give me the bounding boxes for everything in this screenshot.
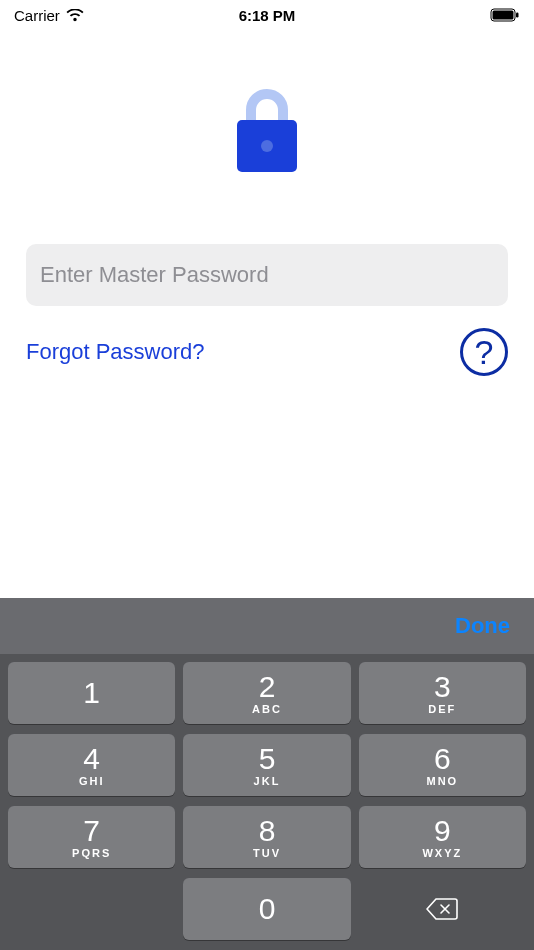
key-digit: 2	[259, 672, 276, 702]
key-blank	[8, 878, 175, 940]
svg-rect-2	[516, 13, 519, 18]
key-row: 4 GHI 5 JKL 6 MNO	[8, 734, 526, 796]
key-7[interactable]: 7 PQRS	[8, 806, 175, 868]
key-letters: MNO	[426, 775, 458, 787]
forgot-password-link[interactable]: Forgot Password?	[26, 339, 205, 365]
key-5[interactable]: 5 JKL	[183, 734, 350, 796]
keyboard-accessory-bar: Done	[0, 598, 534, 654]
key-letters: DEF	[428, 703, 456, 715]
key-letters: JKL	[254, 775, 281, 787]
key-8[interactable]: 8 TUV	[183, 806, 350, 868]
numeric-keyboard: Done 1 2 ABC 3 DEF 4 GHI 5	[0, 598, 534, 950]
done-button[interactable]: Done	[455, 613, 510, 639]
svg-rect-1	[493, 11, 514, 20]
carrier-label: Carrier	[14, 7, 60, 24]
key-digit: 1	[83, 678, 100, 708]
backspace-key[interactable]	[359, 878, 526, 940]
key-6[interactable]: 6 MNO	[359, 734, 526, 796]
keypad: 1 2 ABC 3 DEF 4 GHI 5 JKL 6	[0, 654, 534, 950]
key-letters: ABC	[252, 703, 282, 715]
key-digit: 7	[83, 816, 100, 846]
status-time: 6:18 PM	[239, 7, 296, 24]
wifi-icon	[66, 9, 84, 22]
battery-icon	[490, 8, 520, 22]
key-row: 1 2 ABC 3 DEF	[8, 662, 526, 724]
key-letters: GHI	[79, 775, 105, 787]
key-digit: 8	[259, 816, 276, 846]
key-row: 7 PQRS 8 TUV 9 WXYZ	[8, 806, 526, 868]
key-3[interactable]: 3 DEF	[359, 662, 526, 724]
key-letters: WXYZ	[422, 847, 462, 859]
key-1[interactable]: 1	[8, 662, 175, 724]
lock-icon	[227, 86, 307, 178]
key-digit: 6	[434, 744, 451, 774]
key-digit: 9	[434, 816, 451, 846]
lock-area	[0, 86, 534, 178]
master-password-input[interactable]	[26, 244, 508, 306]
key-9[interactable]: 9 WXYZ	[359, 806, 526, 868]
help-button[interactable]: ?	[460, 328, 508, 376]
backspace-icon	[425, 897, 459, 921]
status-right	[490, 8, 520, 22]
svg-point-4	[261, 140, 273, 152]
key-4[interactable]: 4 GHI	[8, 734, 175, 796]
key-letters: PQRS	[72, 847, 111, 859]
key-digit: 3	[434, 672, 451, 702]
key-digit: 5	[259, 744, 276, 774]
forgot-help-row: Forgot Password? ?	[26, 328, 508, 376]
key-2[interactable]: 2 ABC	[183, 662, 350, 724]
question-mark-icon: ?	[475, 335, 494, 369]
status-left: Carrier	[14, 7, 84, 24]
key-row: 0	[8, 878, 526, 940]
status-bar: Carrier 6:18 PM	[0, 0, 534, 28]
key-digit: 0	[259, 894, 276, 924]
key-letters: TUV	[253, 847, 281, 859]
key-0[interactable]: 0	[183, 878, 350, 940]
password-input-wrap	[26, 244, 508, 306]
key-digit: 4	[83, 744, 100, 774]
